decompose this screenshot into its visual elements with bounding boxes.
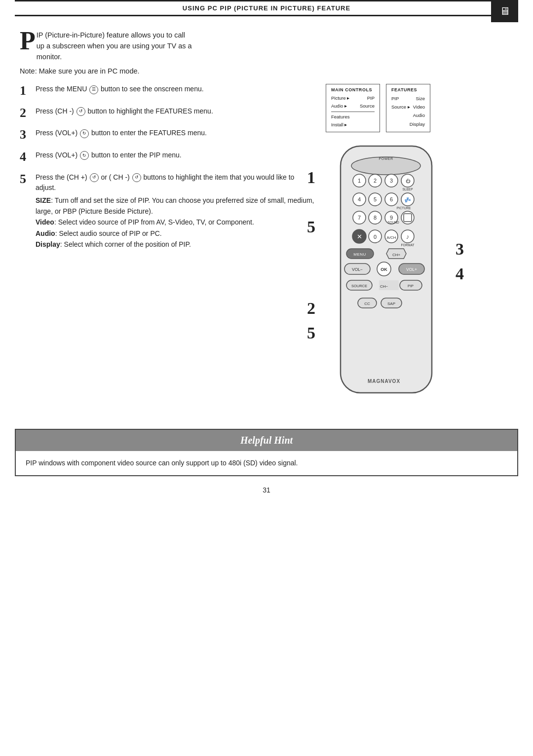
remote-label-5-bot: 5 bbox=[307, 324, 315, 342]
svg-text:PICTURE: PICTURE bbox=[397, 206, 411, 210]
svg-text:4: 4 bbox=[358, 196, 361, 202]
vol-plus-icon-3: ↻ bbox=[80, 129, 89, 138]
features-title: Features bbox=[391, 87, 425, 92]
ch-plus-icon: ↺ bbox=[90, 173, 99, 182]
ch-minus-icon-5: ↺ bbox=[132, 173, 141, 182]
svg-text:✕: ✕ bbox=[357, 233, 362, 240]
step-4: 4 Press (VOL+) ↻ button to enter the PIP… bbox=[20, 150, 316, 164]
ch-minus-icon: ↺ bbox=[76, 107, 85, 116]
svg-text:MENU: MENU bbox=[353, 252, 366, 257]
svg-text:CC: CC bbox=[364, 302, 370, 306]
step-4-text: Press (VOL+) ↻ button to enter the PIP m… bbox=[36, 150, 182, 160]
install-row: Install ▸ bbox=[331, 121, 375, 129]
page-header: Using PC PIP (Picture In Picture) Featur… bbox=[15, 0, 518, 16]
svg-text:A/CH: A/CH bbox=[386, 235, 396, 240]
audio-label: Audio bbox=[36, 229, 55, 237]
source-row: Source ▸Video bbox=[391, 103, 425, 111]
note-text: Note: Make sure you are in PC mode. bbox=[20, 67, 513, 75]
svg-text:1: 1 bbox=[358, 178, 361, 184]
features-row: Features bbox=[331, 113, 375, 121]
svg-text:8: 8 bbox=[374, 215, 377, 221]
svg-text:💤: 💤 bbox=[404, 196, 411, 203]
two-col-layout: 1 Press the MENU ☰ button to see the ons… bbox=[20, 84, 513, 404]
svg-text:PIP: PIP bbox=[408, 284, 414, 288]
step-1-text: Press the MENU ☰ button to see the onscr… bbox=[36, 84, 204, 94]
remote-label-1: 1 bbox=[307, 168, 315, 187]
page-number: 31 bbox=[0, 486, 533, 499]
svg-text:2: 2 bbox=[374, 178, 377, 184]
svg-text:6: 6 bbox=[390, 196, 393, 202]
svg-text:SOURCE: SOURCE bbox=[351, 284, 367, 288]
audio-feat-row: Audio bbox=[391, 111, 425, 119]
svg-text:3: 3 bbox=[390, 178, 393, 184]
vol-plus-icon-4: ↻ bbox=[80, 151, 89, 160]
svg-text:0: 0 bbox=[374, 234, 377, 240]
svg-text:7: 7 bbox=[358, 215, 361, 221]
svg-text:CH+: CH+ bbox=[392, 253, 401, 257]
hint-content: PIP windows with component video source … bbox=[16, 451, 517, 475]
remote-label-2: 2 bbox=[307, 299, 315, 318]
right-column: Main Controls Picture ▸PIP Audio ▸Source… bbox=[326, 84, 513, 404]
remote-label-3: 3 bbox=[456, 240, 464, 259]
svg-text:FORMAT: FORMAT bbox=[401, 243, 415, 247]
remote-label-5-top: 5 bbox=[307, 218, 315, 236]
steps-column: 1 Press the MENU ☰ button to see the ons… bbox=[20, 84, 316, 404]
display-label: Display bbox=[36, 240, 60, 248]
remote-svg: POWER 1 2 3 ⏻ SLEEP bbox=[326, 141, 449, 403]
step-num-3: 3 bbox=[20, 128, 31, 142]
main-content: P IP (Picture-in-Picture) feature allows… bbox=[0, 16, 533, 414]
svg-text:CH−: CH− bbox=[380, 284, 388, 289]
hint-box: Helpful Hint PIP windows with component … bbox=[15, 429, 518, 476]
step-2: 2 Press (CH -) ↺ button to highlight the… bbox=[20, 106, 316, 120]
menu-btn-icon: ☰ bbox=[89, 85, 98, 94]
step-3: 3 Press (VOL+) ↻ button to enter the FEA… bbox=[20, 128, 316, 142]
size-label: SIZE bbox=[36, 196, 51, 204]
step-3-text: Press (VOL+) ↻ button to enter the FEATU… bbox=[36, 128, 207, 138]
step-1: 1 Press the MENU ☰ button to see the ons… bbox=[20, 84, 316, 98]
pip-row: PIPSize bbox=[391, 94, 425, 103]
svg-text:5: 5 bbox=[374, 196, 377, 202]
svg-text:9: 9 bbox=[390, 215, 393, 221]
svg-point-27 bbox=[401, 211, 414, 224]
features-menu: Features PIPSize Source ▸Video Audio Dis… bbox=[386, 84, 430, 132]
step-5-text: Press the (CH +) ↺ or ( CH -) ↺ buttons … bbox=[36, 172, 316, 250]
menu-boxes: Main Controls Picture ▸PIP Audio ▸Source… bbox=[326, 84, 430, 132]
step-num-4: 4 bbox=[20, 150, 31, 164]
svg-text:♪: ♪ bbox=[406, 233, 410, 240]
step-num-5: 5 bbox=[20, 172, 31, 187]
hint-title: Helpful Hint bbox=[16, 430, 517, 451]
svg-text:VOL−: VOL− bbox=[352, 267, 363, 272]
video-label: Video bbox=[36, 218, 54, 226]
svg-text:POWER: POWER bbox=[379, 157, 393, 160]
display-row: Display bbox=[391, 120, 425, 128]
intro-block: P IP (Picture-in-Picture) feature allows… bbox=[20, 30, 276, 62]
picture-row: Picture ▸PIP bbox=[331, 94, 375, 102]
drop-cap: P bbox=[20, 30, 36, 52]
main-controls-menu: Main Controls Picture ▸PIP Audio ▸Source… bbox=[326, 84, 380, 132]
divider-1 bbox=[331, 112, 375, 112]
monitor-icon-box: 🖥 bbox=[491, 0, 518, 22]
svg-text:VOL+: VOL+ bbox=[406, 267, 417, 272]
main-controls-title: Main Controls bbox=[331, 87, 375, 92]
step-num-2: 2 bbox=[20, 106, 31, 120]
remote-label-4: 4 bbox=[456, 265, 464, 283]
step-5: 5 Press the (CH +) ↺ or ( CH -) ↺ button… bbox=[20, 172, 316, 250]
header-title: Using PC PIP (Picture In Picture) Featur… bbox=[183, 4, 350, 12]
svg-text:SLEEP: SLEEP bbox=[403, 188, 413, 191]
remote-control: 1 5 3 4 2 5 POWER 1 bbox=[326, 141, 449, 404]
step-5-sublist: SIZE: Turn off and set the size of PIP. … bbox=[36, 195, 316, 250]
svg-text:MAGNAVOX: MAGNAVOX bbox=[368, 378, 400, 384]
page-wrapper: Using PC PIP (Picture In Picture) Featur… bbox=[0, 0, 533, 756]
svg-text:OK: OK bbox=[381, 267, 387, 272]
svg-text:SAP: SAP bbox=[387, 302, 395, 306]
intro-text: IP (Picture-in-Picture) feature allows y… bbox=[37, 30, 192, 62]
step-2-text: Press (CH -) ↺ button to highlight the F… bbox=[36, 106, 213, 116]
monitor-icon: 🖥 bbox=[499, 5, 510, 18]
svg-text:⏻: ⏻ bbox=[406, 179, 411, 184]
svg-text:SOUND: SOUND bbox=[387, 221, 399, 224]
step-num-1: 1 bbox=[20, 84, 31, 98]
audio-row: Audio ▸Source bbox=[331, 102, 375, 110]
